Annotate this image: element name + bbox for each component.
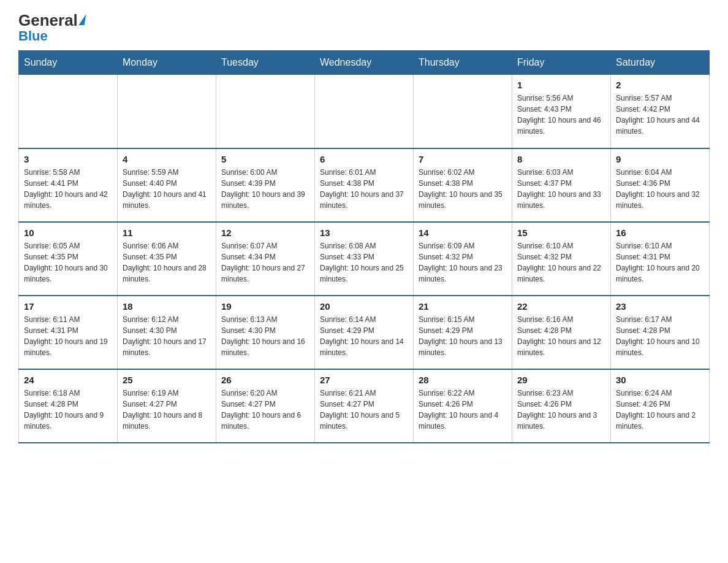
day-info: Sunrise: 6:13 AMSunset: 4:30 PMDaylight:… (221, 314, 309, 358)
calendar-cell: 3Sunrise: 5:58 AMSunset: 4:41 PMDaylight… (19, 148, 118, 222)
calendar-cell: 4Sunrise: 5:59 AMSunset: 4:40 PMDaylight… (118, 148, 216, 222)
calendar-cell: 15Sunrise: 6:10 AMSunset: 4:32 PMDayligh… (512, 222, 611, 296)
day-number: 19 (221, 301, 309, 312)
header-saturday: Saturday (611, 51, 710, 75)
calendar-cell: 23Sunrise: 6:17 AMSunset: 4:28 PMDayligh… (611, 296, 710, 369)
day-number: 2 (616, 80, 704, 90)
calendar-table: SundayMondayTuesdayWednesdayThursdayFrid… (18, 50, 710, 443)
day-info: Sunrise: 6:23 AMSunset: 4:26 PMDaylight:… (517, 388, 605, 432)
day-info: Sunrise: 6:08 AMSunset: 4:33 PMDaylight:… (320, 240, 408, 285)
day-number: 23 (616, 301, 704, 312)
day-number: 25 (123, 375, 211, 385)
day-info: Sunrise: 6:16 AMSunset: 4:28 PMDaylight:… (517, 314, 605, 358)
day-info: Sunrise: 5:58 AMSunset: 4:41 PMDaylight:… (24, 167, 112, 211)
day-info: Sunrise: 6:02 AMSunset: 4:38 PMDaylight:… (419, 167, 507, 211)
day-info: Sunrise: 5:56 AMSunset: 4:43 PMDaylight:… (517, 93, 605, 137)
calendar-cell: 7Sunrise: 6:02 AMSunset: 4:38 PMDaylight… (414, 148, 512, 222)
day-info: Sunrise: 6:06 AMSunset: 4:35 PMDaylight:… (123, 240, 211, 285)
day-number: 6 (320, 154, 408, 164)
calendar-cell: 18Sunrise: 6:12 AMSunset: 4:30 PMDayligh… (118, 296, 216, 369)
day-number: 26 (221, 375, 309, 385)
day-number: 11 (123, 228, 211, 238)
calendar-header-row: SundayMondayTuesdayWednesdayThursdayFrid… (19, 51, 710, 75)
day-info: Sunrise: 6:07 AMSunset: 4:34 PMDaylight:… (221, 240, 309, 285)
calendar-cell: 30Sunrise: 6:24 AMSunset: 4:26 PMDayligh… (611, 369, 710, 443)
day-info: Sunrise: 6:09 AMSunset: 4:32 PMDaylight:… (419, 240, 507, 285)
calendar-cell: 27Sunrise: 6:21 AMSunset: 4:27 PMDayligh… (315, 369, 414, 443)
day-number: 20 (320, 301, 408, 312)
calendar-cell: 21Sunrise: 6:15 AMSunset: 4:29 PMDayligh… (414, 296, 512, 369)
header-wednesday: Wednesday (315, 51, 414, 75)
day-info: Sunrise: 6:17 AMSunset: 4:28 PMDaylight:… (616, 314, 704, 358)
day-info: Sunrise: 6:05 AMSunset: 4:35 PMDaylight:… (24, 240, 112, 285)
calendar-cell: 16Sunrise: 6:10 AMSunset: 4:31 PMDayligh… (611, 222, 710, 296)
day-number: 16 (616, 228, 704, 238)
calendar-cell: 12Sunrise: 6:07 AMSunset: 4:34 PMDayligh… (216, 222, 315, 296)
header-friday: Friday (512, 51, 611, 75)
logo-text-blue: Blue (18, 28, 48, 44)
calendar-cell: 28Sunrise: 6:22 AMSunset: 4:26 PMDayligh… (414, 369, 512, 443)
calendar-cell (414, 75, 512, 148)
calendar-cell: 24Sunrise: 6:18 AMSunset: 4:28 PMDayligh… (19, 369, 118, 443)
calendar-week-row: 24Sunrise: 6:18 AMSunset: 4:28 PMDayligh… (19, 369, 710, 443)
day-info: Sunrise: 6:20 AMSunset: 4:27 PMDaylight:… (221, 388, 309, 432)
calendar-cell: 22Sunrise: 6:16 AMSunset: 4:28 PMDayligh… (512, 296, 611, 369)
day-number: 1 (517, 80, 605, 90)
calendar-cell: 17Sunrise: 6:11 AMSunset: 4:31 PMDayligh… (19, 296, 118, 369)
calendar-cell: 8Sunrise: 6:03 AMSunset: 4:37 PMDaylight… (512, 148, 611, 222)
day-info: Sunrise: 6:11 AMSunset: 4:31 PMDaylight:… (24, 314, 112, 358)
day-number: 22 (517, 301, 605, 312)
day-number: 9 (616, 154, 704, 164)
day-info: Sunrise: 6:01 AMSunset: 4:38 PMDaylight:… (320, 167, 408, 211)
day-number: 13 (320, 228, 408, 238)
day-number: 14 (419, 228, 507, 238)
calendar-week-row: 3Sunrise: 5:58 AMSunset: 4:41 PMDaylight… (19, 148, 710, 222)
calendar-cell: 5Sunrise: 6:00 AMSunset: 4:39 PMDaylight… (216, 148, 315, 222)
day-number: 28 (419, 375, 507, 385)
calendar-week-row: 17Sunrise: 6:11 AMSunset: 4:31 PMDayligh… (19, 296, 710, 369)
day-info: Sunrise: 6:22 AMSunset: 4:26 PMDaylight:… (419, 388, 507, 432)
day-number: 15 (517, 228, 605, 238)
day-info: Sunrise: 6:14 AMSunset: 4:29 PMDaylight:… (320, 314, 408, 358)
calendar-cell: 13Sunrise: 6:08 AMSunset: 4:33 PMDayligh… (315, 222, 414, 296)
page-header: General Blue (18, 12, 710, 44)
calendar-week-row: 10Sunrise: 6:05 AMSunset: 4:35 PMDayligh… (19, 222, 710, 296)
day-number: 24 (24, 375, 112, 385)
day-info: Sunrise: 6:15 AMSunset: 4:29 PMDaylight:… (419, 314, 507, 358)
logo-text-general: General (18, 12, 78, 28)
calendar-cell: 25Sunrise: 6:19 AMSunset: 4:27 PMDayligh… (118, 369, 216, 443)
header-thursday: Thursday (414, 51, 512, 75)
calendar-cell: 26Sunrise: 6:20 AMSunset: 4:27 PMDayligh… (216, 369, 315, 443)
calendar-cell: 11Sunrise: 6:06 AMSunset: 4:35 PMDayligh… (118, 222, 216, 296)
calendar-cell: 14Sunrise: 6:09 AMSunset: 4:32 PMDayligh… (414, 222, 512, 296)
day-number: 4 (123, 154, 211, 164)
header-monday: Monday (118, 51, 216, 75)
day-info: Sunrise: 6:10 AMSunset: 4:32 PMDaylight:… (517, 240, 605, 285)
day-info: Sunrise: 6:19 AMSunset: 4:27 PMDaylight:… (123, 388, 211, 432)
calendar-cell: 29Sunrise: 6:23 AMSunset: 4:26 PMDayligh… (512, 369, 611, 443)
day-info: Sunrise: 6:24 AMSunset: 4:26 PMDaylight:… (616, 388, 704, 432)
day-number: 27 (320, 375, 408, 385)
day-info: Sunrise: 6:00 AMSunset: 4:39 PMDaylight:… (221, 167, 309, 211)
day-number: 17 (24, 301, 112, 312)
calendar-cell: 10Sunrise: 6:05 AMSunset: 4:35 PMDayligh… (19, 222, 118, 296)
calendar-cell: 2Sunrise: 5:57 AMSunset: 4:42 PMDaylight… (611, 75, 710, 148)
day-info: Sunrise: 5:59 AMSunset: 4:40 PMDaylight:… (123, 167, 211, 211)
calendar-cell: 20Sunrise: 6:14 AMSunset: 4:29 PMDayligh… (315, 296, 414, 369)
day-number: 10 (24, 228, 112, 238)
calendar-week-row: 1Sunrise: 5:56 AMSunset: 4:43 PMDaylight… (19, 75, 710, 148)
day-number: 30 (616, 375, 704, 385)
day-info: Sunrise: 6:18 AMSunset: 4:28 PMDaylight:… (24, 388, 112, 432)
calendar-cell (216, 75, 315, 148)
calendar-cell (19, 75, 118, 148)
calendar-cell: 9Sunrise: 6:04 AMSunset: 4:36 PMDaylight… (611, 148, 710, 222)
logo: General Blue (18, 12, 85, 44)
header-sunday: Sunday (19, 51, 118, 75)
day-number: 21 (419, 301, 507, 312)
calendar-cell (315, 75, 414, 148)
day-number: 7 (419, 154, 507, 164)
calendar-cell: 19Sunrise: 6:13 AMSunset: 4:30 PMDayligh… (216, 296, 315, 369)
day-number: 5 (221, 154, 309, 164)
day-info: Sunrise: 6:03 AMSunset: 4:37 PMDaylight:… (517, 167, 605, 211)
day-info: Sunrise: 6:12 AMSunset: 4:30 PMDaylight:… (123, 314, 211, 358)
